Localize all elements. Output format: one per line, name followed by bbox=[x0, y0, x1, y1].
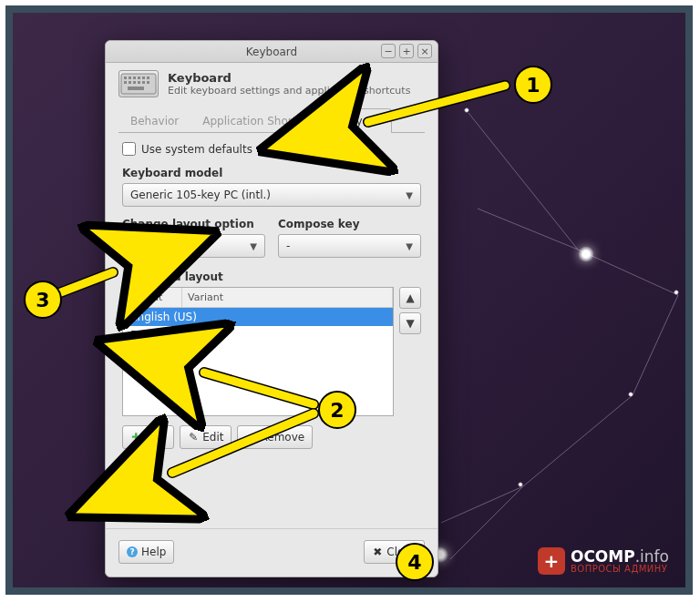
use-system-defaults-checkbox[interactable] bbox=[122, 142, 136, 156]
annotation-1: 1 bbox=[514, 66, 552, 104]
keyboard-model-select[interactable]: Generic 105-key PC (intl.) ▼ bbox=[122, 183, 421, 207]
use-system-defaults-label: Use system defaults bbox=[141, 143, 252, 156]
chevron-down-icon: ▼ bbox=[250, 241, 257, 251]
add-button[interactable]: ✚Add bbox=[122, 425, 174, 449]
svg-rect-7 bbox=[124, 81, 127, 84]
tab-layout[interactable]: Layout bbox=[332, 108, 393, 133]
change-layout-option-label: Change layout option bbox=[122, 218, 265, 230]
annotation-3: 3 bbox=[24, 281, 62, 319]
change-layout-option-select[interactable]: Alt+Shift ▼ bbox=[122, 234, 265, 258]
maximize-button[interactable]: + bbox=[399, 44, 414, 58]
svg-rect-12 bbox=[147, 81, 149, 84]
svg-rect-8 bbox=[129, 81, 131, 84]
minimize-button[interactable]: − bbox=[381, 44, 396, 58]
page-title: Keyboard bbox=[168, 71, 410, 85]
cross-icon: + bbox=[538, 547, 565, 575]
edit-button[interactable]: ✎Edit bbox=[180, 425, 232, 449]
svg-rect-4 bbox=[138, 77, 140, 79]
compose-key-select[interactable]: - ▼ bbox=[278, 234, 421, 258]
svg-rect-3 bbox=[133, 77, 136, 79]
chevron-down-icon: ▼ bbox=[406, 190, 413, 200]
annotation-2: 2 bbox=[318, 391, 356, 429]
svg-rect-2 bbox=[129, 77, 131, 79]
keyboard-icon bbox=[118, 70, 159, 97]
help-icon: ? bbox=[127, 546, 138, 557]
svg-rect-6 bbox=[147, 77, 149, 79]
keyboard-settings-window: Keyboard − + × Keyboard Edit keyboard se… bbox=[105, 40, 438, 577]
layout-row-english[interactable]: English (US) bbox=[123, 308, 393, 326]
remove-button[interactable]: ━Remove bbox=[237, 425, 313, 449]
svg-rect-11 bbox=[142, 81, 145, 84]
annotation-4: 4 bbox=[396, 543, 434, 581]
svg-rect-5 bbox=[142, 77, 145, 79]
svg-rect-13 bbox=[128, 87, 144, 90]
keyboard-layout-list[interactable]: Layout Variant English (US) Russian bbox=[122, 287, 394, 416]
column-variant: Variant bbox=[182, 288, 393, 307]
minus-icon: ━ bbox=[245, 432, 256, 443]
column-layout: Layout bbox=[123, 288, 182, 307]
help-button[interactable]: ?Help bbox=[118, 540, 174, 564]
chevron-down-icon: ▼ bbox=[406, 241, 413, 251]
pencil-icon: ✎ bbox=[188, 432, 199, 443]
compose-key-label: Compose key bbox=[278, 218, 421, 230]
svg-rect-10 bbox=[138, 81, 140, 84]
keyboard-layout-label: Keyboard layout bbox=[122, 270, 421, 283]
svg-rect-1 bbox=[124, 77, 127, 79]
svg-rect-9 bbox=[133, 81, 136, 84]
plus-icon: ✚ bbox=[130, 432, 141, 443]
watermark: + OCOMP.info ВОПРОСЫ АДМИНУ bbox=[538, 547, 669, 575]
tab-application-shortcuts[interactable]: Application Shortcuts bbox=[190, 108, 331, 133]
page-subtitle: Edit keyboard settings and application s… bbox=[168, 85, 410, 97]
move-up-button[interactable]: ▲ bbox=[399, 287, 421, 309]
layout-row-russian[interactable]: Russian bbox=[123, 326, 393, 344]
move-down-button[interactable]: ▼ bbox=[399, 312, 421, 334]
close-icon: ✖ bbox=[372, 546, 383, 557]
keyboard-model-label: Keyboard model bbox=[122, 167, 421, 179]
titlebar: Keyboard − + × bbox=[106, 41, 438, 63]
tab-behavior[interactable]: Behavior bbox=[118, 108, 190, 133]
close-window-button[interactable]: × bbox=[417, 44, 432, 58]
